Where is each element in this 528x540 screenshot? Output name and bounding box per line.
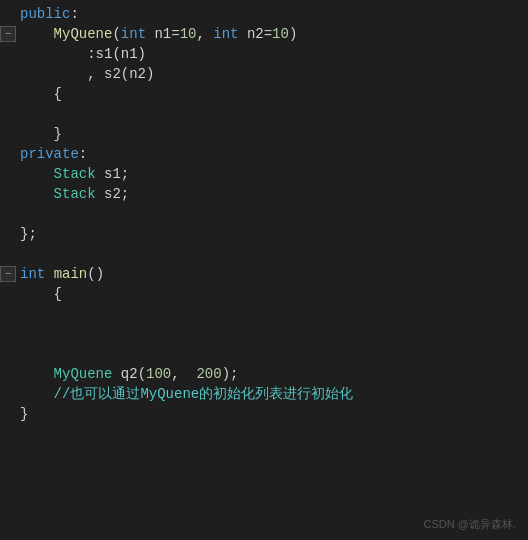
code-line: } [0, 404, 528, 424]
code-line: } [0, 124, 528, 144]
code-line: //也可以通过MyQuene的初始化列表进行初始化 [0, 384, 528, 404]
watermark: CSDN @诡异森林. [424, 517, 516, 532]
line-content: //也可以通过MyQuene的初始化列表进行初始化 [16, 385, 528, 403]
fold-placeholder [0, 86, 16, 102]
fold-placeholder [0, 126, 16, 142]
token: n2= [239, 26, 273, 42]
token: Stack [54, 186, 96, 202]
token: public [20, 6, 70, 22]
code-line [0, 344, 528, 364]
token: 100 [146, 366, 171, 382]
token: : [79, 146, 87, 162]
line-content [16, 306, 528, 322]
line-content: MyQuene q2(100, 200); [16, 366, 528, 382]
fold-button[interactable]: − [0, 266, 16, 282]
token: MyQuene [54, 26, 113, 42]
line-content: } [16, 126, 528, 142]
fold-placeholder [0, 46, 16, 62]
code-line [0, 204, 528, 224]
token: int [20, 266, 45, 282]
code-line: Stack s1; [0, 164, 528, 184]
line-content: public: [16, 6, 528, 22]
fold-placeholder [0, 326, 16, 342]
code-line: }; [0, 224, 528, 244]
line-content: { [16, 86, 528, 102]
line-content: Stack s2; [16, 186, 528, 202]
code-line: −int main() [0, 264, 528, 284]
line-content: MyQuene(int n1=10, int n2=10) [16, 26, 528, 42]
code-line: public: [0, 4, 528, 24]
fold-placeholder [0, 406, 16, 422]
token: , s2(n2) [20, 66, 154, 82]
code-content: public:− MyQuene(int n1=10, int n2=10) :… [0, 0, 528, 428]
fold-placeholder [0, 66, 16, 82]
token: private [20, 146, 79, 162]
token: , [171, 366, 196, 382]
line-content: :s1(n1) [16, 46, 528, 62]
token: () [87, 266, 104, 282]
line-content: } [16, 406, 528, 422]
fold-placeholder [0, 246, 16, 262]
code-line [0, 324, 528, 344]
fold-placeholder [0, 286, 16, 302]
line-content: , s2(n2) [16, 66, 528, 82]
line-content [16, 346, 528, 362]
fold-placeholder [0, 106, 16, 122]
token: ); [222, 366, 239, 382]
fold-placeholder [0, 306, 16, 322]
token: } [20, 406, 28, 422]
line-content [16, 246, 528, 262]
token: : [70, 6, 78, 22]
token: MyQuene [54, 366, 113, 382]
code-line [0, 304, 528, 324]
code-line: , s2(n2) [0, 64, 528, 84]
code-line: :s1(n1) [0, 44, 528, 64]
code-line: MyQuene q2(100, 200); [0, 364, 528, 384]
token: 10 [180, 26, 197, 42]
token: 200 [196, 366, 221, 382]
token: //也可以通过MyQuene的初始化列表进行初始化 [20, 386, 353, 402]
token [20, 106, 54, 122]
code-line: − MyQuene(int n1=10, int n2=10) [0, 24, 528, 44]
line-content: Stack s1; [16, 166, 528, 182]
fold-placeholder [0, 206, 16, 222]
fold-placeholder [0, 386, 16, 402]
token: ) [289, 26, 297, 42]
line-content [16, 326, 528, 342]
token [45, 266, 53, 282]
token: s1; [96, 166, 130, 182]
token [20, 186, 54, 202]
fold-button[interactable]: − [0, 26, 16, 42]
code-line: { [0, 84, 528, 104]
token: 10 [272, 26, 289, 42]
token: } [20, 126, 62, 142]
token: Stack [54, 166, 96, 182]
token: n1= [146, 26, 180, 42]
fold-placeholder [0, 346, 16, 362]
token [20, 166, 54, 182]
fold-placeholder [0, 146, 16, 162]
fold-placeholder [0, 186, 16, 202]
line-content [16, 106, 528, 122]
code-line: private: [0, 144, 528, 164]
line-content [16, 206, 528, 222]
token: , [196, 26, 213, 42]
token: int [121, 26, 146, 42]
line-content: int main() [16, 266, 528, 282]
token: s2; [96, 186, 130, 202]
token: int [213, 26, 238, 42]
token [20, 26, 54, 42]
fold-placeholder [0, 6, 16, 22]
code-line [0, 244, 528, 264]
token: main [54, 266, 88, 282]
token: :s1(n1) [20, 46, 146, 62]
code-line: { [0, 284, 528, 304]
token: q2( [112, 366, 146, 382]
fold-placeholder [0, 366, 16, 382]
line-content: { [16, 286, 528, 302]
fold-placeholder [0, 166, 16, 182]
fold-placeholder [0, 226, 16, 242]
line-content: }; [16, 226, 528, 242]
line-content: private: [16, 146, 528, 162]
code-editor: public:− MyQuene(int n1=10, int n2=10) :… [0, 0, 528, 540]
